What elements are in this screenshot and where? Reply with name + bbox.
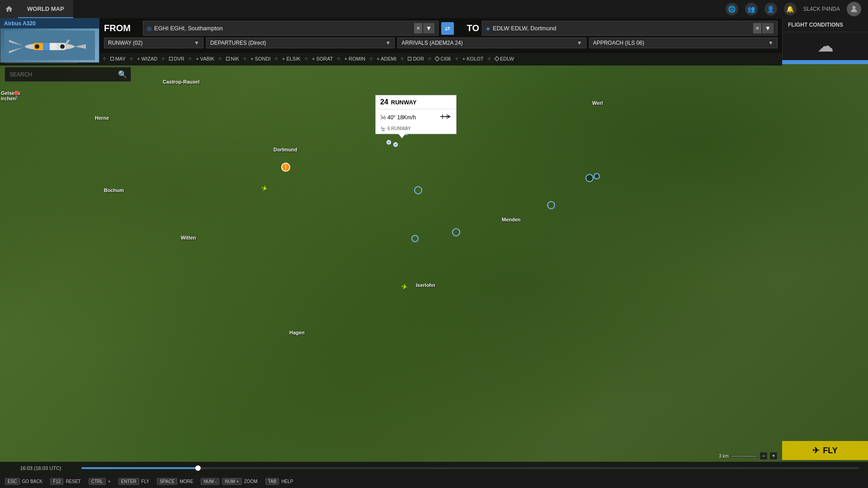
to-label: TO [457,23,479,33]
action-fly: FLY [142,479,150,484]
topbar: WORLD MAP 🌐 👥 👤 🔔 SL4CK P4NDA [0,0,868,18]
waypoint-may[interactable]: MAY [108,55,128,62]
scale-label: 3 km [719,454,729,459]
departures-select[interactable]: DEPARTURES (Direct) ▼ [206,38,395,48]
waypoint-wizad[interactable]: + WIZAD [134,55,160,62]
marker-wp2[interactable] [393,142,398,147]
waypoint-kolot[interactable]: + KOLOT [460,55,486,62]
to-airport-clear[interactable]: ✕ [753,23,761,33]
person-icon-btn[interactable]: 👤 [764,3,777,15]
key-esc: ESC [5,478,20,485]
svg-point-11 [35,44,39,49]
home-button[interactable] [0,0,18,18]
from-airport-text: EGHI EGHI, Southampton [154,25,223,32]
waypoint-romin[interactable]: + ROMIN [342,55,368,62]
runway-popup[interactable]: 24 RUNWAY 🌬 40° 18Km/h 🛬 6 RUNWAY [375,95,457,134]
sep12: + [400,55,404,63]
waypoint-vabik[interactable]: + VABIK [193,55,217,62]
warning-pin-dortmund[interactable]: ! [281,163,290,172]
options-row: RUNWAY (02) ▼ DEPARTURES (Direct) ▼ ARRI… [104,38,778,48]
swap-airports-button[interactable]: ⇄ [441,22,454,35]
marker-nav4[interactable] [411,235,419,242]
waypoint-dvr[interactable]: DVR [166,55,187,62]
key-f12: F12 [50,478,63,485]
time-display: 16:03 (16:03 UTC) [5,465,77,471]
arrivals-select[interactable]: ARRIVALS (ADEM2A 24) ▼ [397,38,586,48]
flight-conditions-content: ☁ [783,32,868,60]
key-num-plus: NUM + [222,478,241,485]
waypoint-sorat[interactable]: + SORAT [309,55,336,62]
waypoint-ci06[interactable]: CI06 [433,55,453,62]
waypoint-elsik[interactable]: + ELSIK [279,55,303,62]
runway-ground-label: 🛬 6 RUNWAY [376,125,456,134]
people-icon-btn[interactable]: 👥 [745,3,758,15]
flight-conditions-title: FLIGHT CONDITIONS [783,18,868,32]
arrivals-dropdown-arrow: ▼ [577,40,582,46]
from-airport-clear[interactable]: ✕ [414,23,422,33]
bottom-bar: ESC GO BACK F12 RESET CTRL + ENTER FLY S… [0,474,868,488]
from-airport-field[interactable]: ◎ EGHI EGHI, Southampton ✕ ▼ [143,21,439,36]
runway-select[interactable]: RUNWAY (02) ▼ [104,38,203,48]
runway-ground-icon: 🛬 [380,126,386,131]
marker-nav3[interactable] [452,228,460,236]
bell-icon-btn[interactable]: 🔔 [784,3,797,15]
flight-conditions-panel: FLIGHT CONDITIONS ☁ [782,18,868,60]
timeline-track[interactable] [81,467,859,469]
location-pin[interactable]: 📍 [11,90,21,100]
popup-triangle [398,134,406,138]
search-box[interactable]: 🔍 [5,67,131,82]
sep11: + [369,55,373,63]
globe-icon-btn[interactable]: 🌐 [726,3,738,15]
user-name: SL4CK P4NDA [803,6,840,12]
search-icon[interactable]: 🔍 [114,67,131,81]
svg-point-12 [60,44,65,49]
timeline: 16:03 (16:03 UTC) [0,462,868,474]
aircraft-label: Airbus A320 [0,19,99,28]
sep14: + [454,55,458,63]
marker-kolot[interactable] [585,174,594,182]
action-zoom: ZOOM [244,479,258,484]
sep7: + [243,55,247,63]
world-map-tab[interactable]: WORLD MAP [18,0,73,18]
header-panel: FROM ◎ EGHI EGHI, Southampton ✕ ▼ ⇄ TO ◈… [99,18,782,53]
topbar-right: 🌐 👥 👤 🔔 SL4CK P4NDA [726,2,868,16]
search-input[interactable] [5,69,114,80]
from-airport-dropdown[interactable]: ▼ [423,23,434,33]
runway-popup-header: 24 RUNWAY [376,95,456,109]
sep10: + [336,55,340,63]
key-enter: ENTER [118,478,139,485]
key-num-minus: NUM - [201,478,219,485]
kb-plus: + [108,479,111,484]
waypoint-edlw[interactable]: EDLW [492,55,517,62]
from-label: FROM [104,23,140,33]
avatar[interactable] [847,2,861,16]
marker-wp1[interactable] [387,140,391,145]
waypoint-dor[interactable]: DOR [405,55,426,62]
waypoint-ademi[interactable]: + ADEMI [374,55,399,62]
timeline-thumb[interactable] [195,465,201,471]
marker-nav1[interactable] [414,186,422,194]
waypoint-sondi[interactable]: + SONDI [248,55,273,62]
to-airport-field[interactable]: ◈ EDLW EDLW, Dortmund ✕ ▼ [482,21,778,36]
waypoint-nik[interactable]: NIK [223,55,242,62]
marker-kolot2[interactable] [594,173,600,179]
timeline-fill [81,467,198,469]
sep5: + [188,55,192,63]
runway-direction-icon [438,112,452,122]
runway-dropdown-arrow: ▼ [194,40,199,46]
fly-plane-icon: ✈ [812,446,819,455]
svg-rect-9 [43,43,50,50]
zoom-out-button[interactable]: − [760,452,768,460]
from-airport-icon: ◎ [147,25,151,32]
approach-select[interactable]: APPROACH (ILS 06) ▼ [589,38,778,48]
key-tab: TAB [265,478,279,485]
marker-nav2[interactable] [547,201,555,209]
zoom-in-button[interactable]: + [769,452,778,460]
scale-line [731,455,758,457]
sep9: + [304,55,308,63]
fly-button[interactable]: ✈ FLY [782,441,868,460]
runway-label: RUNWAY [391,99,417,106]
wind-value: 40° 18Km/h [387,114,416,121]
to-airport-dropdown[interactable]: ▼ [762,23,774,33]
svg-marker-19 [448,115,451,118]
